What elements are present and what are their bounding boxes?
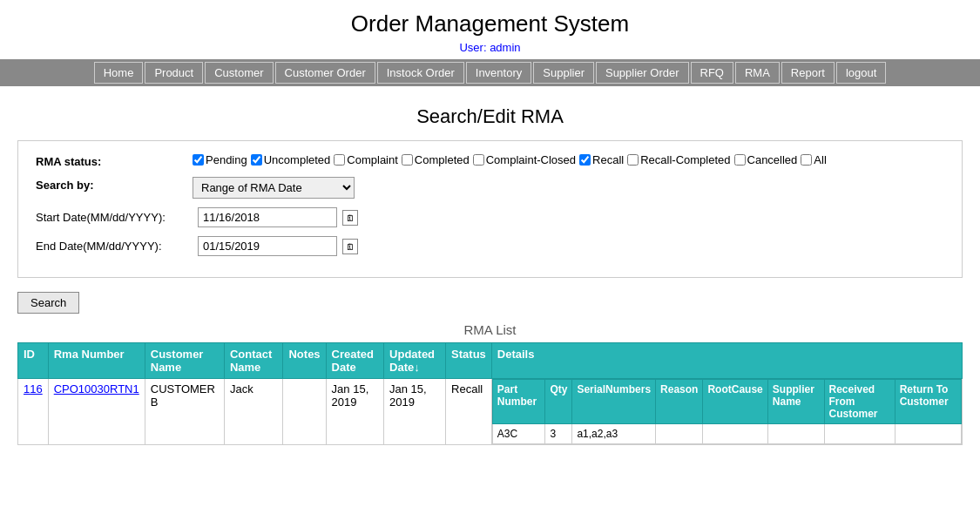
sub-col-received_from_customer: Received From Customer	[824, 380, 895, 424]
rma-status-checkboxes: PendingUncompletedComplaintCompletedComp…	[193, 153, 827, 166]
cb_uncompleted-input[interactable]	[251, 154, 262, 166]
col-header-customer_name: Customer Name	[145, 343, 224, 379]
details-sub-table: Part NumberQtySerialNumbersReasonRootCau…	[492, 379, 962, 444]
nav-item-home[interactable]: Home	[94, 62, 144, 84]
nav-item-logout[interactable]: logout	[836, 62, 886, 84]
checkbox-cb_complaint[interactable]: Complaint	[334, 153, 398, 166]
rma-status-row: RMA status: PendingUncompletedComplaintC…	[36, 153, 944, 168]
cb_recall-label: Recall	[592, 153, 624, 166]
user-label: User:	[459, 41, 486, 54]
rma-status-label: RMA status:	[36, 153, 193, 168]
cb_complaint_closed-input[interactable]	[473, 154, 484, 166]
col-header-details: Details	[491, 343, 962, 379]
checkbox-cb_recall[interactable]: Recall	[579, 153, 624, 166]
cb_pending-input[interactable]	[193, 154, 204, 166]
col-header-updated_date↓: Updated Date↓	[384, 343, 446, 379]
col-header-contact_name: Contact Name	[224, 343, 283, 379]
table-row: 116CPO10030RTN1CUSTOMER BJackJan 15, 201…	[18, 379, 963, 445]
search-form: RMA status: PendingUncompletedComplaintC…	[17, 140, 963, 278]
page-title: Search/Edit RMA	[17, 105, 963, 128]
cb_all-input[interactable]	[801, 154, 812, 166]
checkbox-cb_pending[interactable]: Pending	[193, 153, 247, 166]
nav-item-report[interactable]: Report	[781, 62, 835, 84]
cb_recall_completed-label: Recall-Completed	[640, 153, 730, 166]
table-cell-6: Jan 15, 2019	[384, 379, 446, 445]
table-cell-5: Jan 15, 2019	[326, 379, 383, 445]
cb_recall_completed-input[interactable]	[627, 154, 639, 166]
sub-col-serialnumbers: SerialNumbers	[572, 380, 656, 424]
nav-item-rfq[interactable]: RFQ	[691, 62, 733, 84]
nav-item-inventory[interactable]: Inventory	[466, 62, 531, 84]
sub-table-row: A3C3a1,a2,a3	[492, 424, 961, 444]
sub-cell-7	[895, 424, 961, 444]
nav-item-customer-order[interactable]: Customer Order	[275, 62, 375, 84]
search-button[interactable]: Search	[17, 292, 79, 314]
col-header-created_date: Created Date	[326, 343, 383, 379]
col-header-rma_number: Rma Number	[48, 343, 145, 379]
search-by-row: Search by: Range of RMA DateRMA NumberCu…	[36, 177, 944, 199]
cb_complaint_closed-label: Complaint-Closed	[486, 153, 576, 166]
checkbox-cb_complaint_closed[interactable]: Complaint-Closed	[473, 153, 576, 166]
sub-col-reason: Reason	[656, 380, 703, 424]
nav-item-customer[interactable]: Customer	[205, 62, 273, 84]
sub-col-rootcause: RootCause	[703, 380, 767, 424]
sub-cell-5	[767, 424, 824, 444]
rma-table-head: IDRma NumberCustomer NameContact NameNot…	[18, 343, 963, 379]
table-header-row: IDRma NumberCustomer NameContact NameNot…	[18, 343, 963, 379]
col-header-notes: Notes	[283, 343, 326, 379]
table-cell-0: 116	[18, 379, 49, 445]
sub-cell-1: 3	[545, 424, 572, 444]
main-nav: HomeProductCustomerCustomer OrderInstock…	[0, 59, 980, 86]
cb_complaint-input[interactable]	[334, 154, 345, 166]
checkbox-cb_recall_completed[interactable]: Recall-Completed	[627, 153, 730, 166]
rma-table-body: 116CPO10030RTN1CUSTOMER BJackJan 15, 201…	[18, 379, 963, 445]
table-cell-7: Recall	[446, 379, 492, 445]
start-date-calendar-icon[interactable]: 🗓	[342, 210, 358, 226]
user-name: admin	[490, 41, 520, 54]
cb_uncompleted-label: Uncompleted	[264, 153, 331, 166]
sub-col-supplier_name: Supplier Name	[767, 380, 824, 424]
search-by-label: Search by:	[36, 177, 193, 192]
rma-table: IDRma NumberCustomer NameContact NameNot…	[17, 342, 963, 445]
end-date-input[interactable]	[198, 236, 337, 256]
row-rma-number-link[interactable]: CPO10030RTN1	[54, 382, 139, 395]
sub-col-qty: Qty	[545, 380, 572, 424]
sub-cell-6	[824, 424, 895, 444]
sub-cell-0: A3C	[492, 424, 545, 444]
cb_completed-input[interactable]	[402, 154, 413, 166]
nav-item-product[interactable]: Product	[145, 62, 203, 84]
cb_completed-label: Completed	[415, 153, 470, 166]
col-header-id: ID	[18, 343, 49, 379]
app-title: Order Management System	[0, 0, 980, 41]
end-date-row: End Date(MM/dd/YYYY): 🗓	[36, 236, 944, 256]
user-info: User: admin	[0, 41, 980, 54]
col-header-status: Status	[446, 343, 492, 379]
details-cell: Part NumberQtySerialNumbersReasonRootCau…	[491, 379, 962, 445]
cb_cancelled-input[interactable]	[734, 154, 746, 166]
checkbox-cb_uncompleted[interactable]: Uncompleted	[251, 153, 331, 166]
table-cell-4	[283, 379, 326, 445]
nav-item-rma[interactable]: RMA	[735, 62, 780, 84]
nav-item-supplier[interactable]: Supplier	[533, 62, 594, 84]
row-id-link[interactable]: 116	[24, 382, 43, 395]
search-by-select[interactable]: Range of RMA DateRMA NumberCustomer Name	[193, 177, 355, 199]
sub-col-return_to_customer: Return To Customer	[895, 380, 961, 424]
cb_recall-input[interactable]	[579, 154, 591, 166]
nav-item-supplier-order[interactable]: Supplier Order	[596, 62, 689, 84]
checkbox-cb_all[interactable]: All	[801, 153, 826, 166]
checkbox-cb_completed[interactable]: Completed	[402, 153, 470, 166]
start-date-label: Start Date(MM/dd/YYYY):	[36, 211, 193, 224]
checkbox-cb_cancelled[interactable]: Cancelled	[734, 153, 798, 166]
cb_complaint-label: Complaint	[347, 153, 398, 166]
end-date-label: End Date(MM/dd/YYYY):	[36, 240, 193, 253]
cb_cancelled-label: Cancelled	[747, 153, 798, 166]
table-cell-3: Jack	[224, 379, 283, 445]
sub-cell-3	[656, 424, 703, 444]
table-cell-2: CUSTOMER B	[145, 379, 224, 445]
start-date-input[interactable]	[198, 207, 337, 227]
nav-item-instock-order[interactable]: Instock Order	[377, 62, 464, 84]
table-cell-1: CPO10030RTN1	[48, 379, 145, 445]
cb_pending-label: Pending	[206, 153, 247, 166]
end-date-calendar-icon[interactable]: 🗓	[342, 239, 358, 254]
sub-cell-2: a1,a2,a3	[572, 424, 656, 444]
